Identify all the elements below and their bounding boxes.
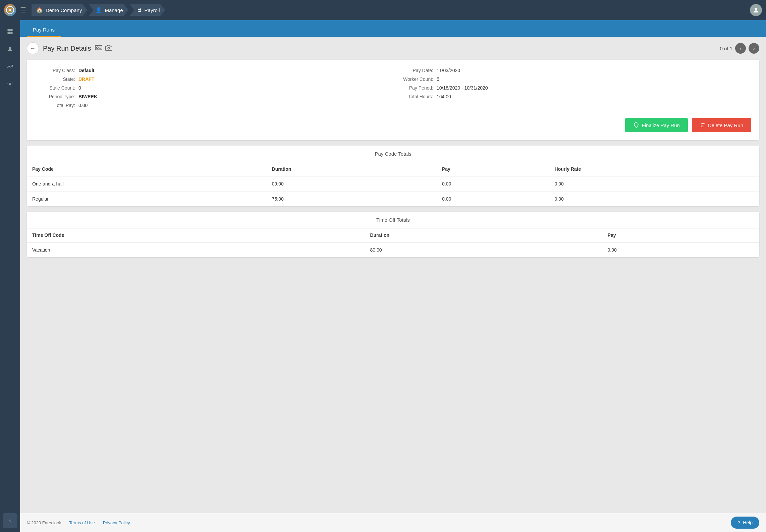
pay-code-totals-table: Pay Code Duration Pay Hourly Rate One-an… [27,162,759,206]
total-pay-value: 0.00 [78,103,88,108]
top-nav: ☰ 🏠 Demo Company 👤 Manage 🖥 Payroll [0,0,766,20]
svg-point-14 [108,47,110,49]
main-layout: ‹ Pay Runs ← Pay Run Details [0,20,766,532]
help-icon: ? [737,520,740,525]
finalize-label: Finalize Pay Run [642,122,680,128]
action-buttons: Finalize Pay Run Delete Pay Run [35,118,751,132]
breadcrumb-manage[interactable]: 👤 Manage [89,4,128,16]
detail-left-col: Pay Class: Default State: DRAFT Stale Co… [35,68,393,111]
pay-code-totals-title: Pay Code Totals [27,146,759,162]
page-nav: 0 of 1 ‹ › [720,43,759,54]
stale-count-row: Stale Count: 0 [35,85,393,91]
time-off-totals-title: Time Off Totals [27,212,759,228]
sidebar-item-people[interactable] [3,42,17,56]
state-label: State: [35,76,75,82]
breadcrumb-home-label: Demo Company [46,7,82,13]
svg-rect-4 [8,29,10,32]
hamburger-button[interactable]: ☰ [20,6,26,14]
worker-count-value: 5 [437,76,439,82]
terms-link[interactable]: Terms of Use [69,520,95,525]
pay-class-value: Default [78,68,94,73]
worker-count-label: Worker Count: [393,76,433,82]
copyright-text: © 2020 Fareclock [27,520,61,525]
pay-date-label: Pay Date: [393,68,433,73]
pay-date-row: Pay Date: 11/03/2020 [393,68,751,73]
total-pay-row: Total Pay: 0.00 [35,103,393,108]
page-content: ← Pay Run Details [20,37,766,513]
time-off-code-cell: Vacation [27,242,365,257]
delete-label: Delete Pay Run [708,122,743,128]
sidebar-item-reports[interactable] [3,59,17,74]
next-button[interactable]: › [749,43,759,54]
sidebar-item-dashboard[interactable] [3,24,17,39]
breadcrumb-payroll[interactable]: 🖥 Payroll [130,4,165,16]
tab-pay-runs[interactable]: Pay Runs [27,23,61,37]
state-value: DRAFT [78,76,94,82]
sidebar-bottom: ‹ [3,513,17,528]
svg-point-8 [9,47,11,49]
table-row: Regular 75:00 0.00 0.00 [27,192,759,207]
help-label: Help [743,520,753,525]
breadcrumb-payroll-label: Payroll [145,7,160,13]
pay-code-totals-header-row: Pay Code Duration Pay Hourly Rate [27,162,759,176]
details-card: Pay Class: Default State: DRAFT Stale Co… [27,60,759,140]
time-off-totals-header-row: Time Off Code Duration Pay [27,228,759,242]
page-header-icons [95,45,112,52]
manage-icon: 👤 [95,7,102,13]
col-duration: Duration [267,162,437,176]
sidebar-collapse-button[interactable]: ‹ [3,513,17,528]
breadcrumb-manage-label: Manage [105,7,123,13]
pay-cell: 0.00 [437,192,549,207]
page-title: Pay Run Details [43,45,91,52]
id-card-icon [95,45,102,52]
col-to-pay: Pay [602,228,759,242]
pay-class-label: Pay Class: [35,68,75,73]
stale-count-label: Stale Count: [35,85,75,91]
time-off-totals-body: Vacation 80:00 0.00 [27,242,759,257]
svg-point-9 [9,83,11,85]
period-type-value: BIWEEK [78,94,97,99]
tab-bar: Pay Runs [20,20,766,37]
sidebar-item-settings[interactable] [3,76,17,91]
col-time-off-code: Time Off Code [27,228,365,242]
tab-pay-runs-label: Pay Runs [33,27,55,33]
user-avatar[interactable] [750,4,762,16]
privacy-link[interactable]: Privacy Policy [103,520,130,525]
total-hours-value: 164:00 [437,94,451,99]
page-header: ← Pay Run Details [27,42,759,54]
payroll-icon: 🖥 [136,7,142,13]
svg-point-11 [97,47,98,48]
back-button[interactable]: ← [27,42,39,54]
pay-code-totals-body: One-and-a-half 09:00 0.00 0.00 Regular 7… [27,176,759,206]
pay-code-cell: Regular [27,192,267,207]
svg-point-2 [9,9,11,11]
to-duration-cell: 80:00 [365,242,602,257]
delete-pay-run-button[interactable]: Delete Pay Run [692,118,751,132]
delete-icon [700,122,705,128]
finalize-pay-run-button[interactable]: Finalize Pay Run [625,118,688,132]
pay-code-cell: One-and-a-half [27,176,267,192]
app-logo [4,4,16,16]
pagination-text: 0 of 1 [720,46,732,51]
content-area: Pay Runs ← Pay Run Details [20,20,766,532]
worker-count-row: Worker Count: 5 [393,76,751,82]
table-row: Vacation 80:00 0.00 [27,242,759,257]
period-type-label: Period Type: [35,94,75,99]
hourly-rate-cell: 0.00 [549,192,759,207]
prev-button[interactable]: ‹ [735,43,746,54]
col-hourly-rate: Hourly Rate [549,162,759,176]
svg-rect-7 [10,32,13,34]
svg-rect-5 [10,29,13,32]
home-icon: 🏠 [36,7,43,13]
duration-cell: 75:00 [267,192,437,207]
pay-period-value: 10/18/2020 - 10/31/2020 [437,85,488,91]
period-type-row: Period Type: BIWEEK [35,94,393,99]
detail-right-col: Pay Date: 11/03/2020 Worker Count: 5 Pay… [393,68,751,111]
breadcrumb-home[interactable]: 🏠 Demo Company [32,4,87,16]
pay-period-row: Pay Period: 10/18/2020 - 10/31/2020 [393,85,751,91]
duration-cell: 09:00 [267,176,437,192]
time-off-totals-card: Time Off Totals Time Off Code Duration P… [27,212,759,257]
help-button[interactable]: ? Help [731,517,759,529]
state-row: State: DRAFT [35,76,393,82]
finalize-icon [633,122,639,128]
